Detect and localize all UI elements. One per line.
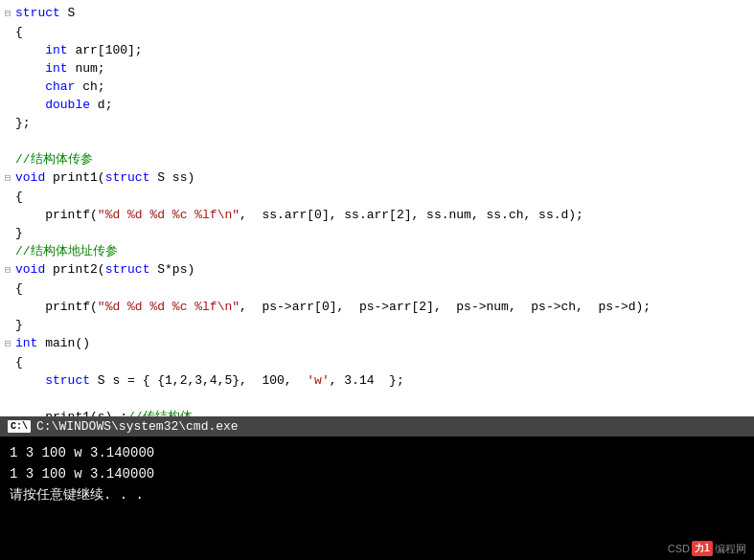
code-part: print1(s) ; [15,410,127,416]
code-part: { [15,281,23,296]
code-part: char [45,79,75,94]
code-text: } [15,224,754,242]
code-part: int [45,61,67,76]
code-part: struct [105,170,150,185]
code-text: printf("%d %d %d %c %lf\n", ps->arr[0], … [15,298,754,316]
code-text: void print1(struct S ss) [15,168,754,187]
gutter-empty [0,353,15,354]
watermark-prefix: CSD [668,543,690,554]
code-part: double [45,98,90,112]
code-part: "%d %d %d %c %lf\n" [98,300,240,314]
gutter-empty [0,96,15,97]
code-line: print1(s) ;//传结构体 [0,408,754,416]
gutter-empty [0,316,15,317]
code-line: { [0,280,754,298]
code-part: }; [15,116,31,130]
code-line: int arr[100]; [0,41,754,59]
code-line [0,390,754,408]
gutter-empty [0,224,15,225]
gutter-empty [0,59,15,60]
code-part: 'w' [307,373,329,388]
code-part [15,43,45,57]
code-part: S [60,6,76,20]
fold-icon[interactable]: ⊟ [0,168,15,188]
code-text: struct S s = { {1,2,3,4,5}, 100, 'w', 3.… [15,371,754,390]
code-part: printf( [15,208,98,222]
code-part: , 3.14 }; [330,373,404,388]
code-text: struct S [15,4,754,22]
code-line: ⊟struct S [0,4,754,23]
code-part: { [15,355,23,370]
gutter-empty [0,188,15,189]
code-part: main() [37,336,90,350]
code-text: void print2(struct S*ps) [15,260,754,279]
code-text: { [15,353,754,371]
code-part: "%d %d %d %c %lf\n" [98,208,240,222]
code-line: char ch; [0,78,754,96]
gutter-empty [0,408,15,409]
code-line [0,132,754,150]
code-part: int [15,336,37,350]
code-text: { [15,23,754,41]
code-text: printf("%d %d %d %c %lf\n", ss.arr[0], s… [15,206,754,224]
gutter-empty [0,298,15,299]
code-line: } [0,224,754,242]
code-part: , ss.arr[0], ss.arr[2], ss.num, ss.ch, s… [240,208,583,222]
code-part: //结构体传参 [15,152,93,167]
code-line: } [0,316,754,334]
code-line: ⊟void print2(struct S*ps) [0,260,754,280]
fold-icon[interactable]: ⊟ [0,334,15,353]
gutter-empty [0,206,15,207]
watermark: CSD 力l 编程网 [668,541,746,556]
terminal-content: 1 3 100 w 3.1400001 3 100 w 3.140000请按任意… [0,437,754,511]
terminal-line: 1 3 100 w 3.140000 [10,442,744,463]
gutter-empty [0,114,15,115]
code-text: char ch; [15,78,754,96]
code-part: , ps->arr[0], ps->arr[2], ps->num, ps->c… [240,300,651,314]
code-line: //结构体传参 [0,150,754,168]
code-line: ⊟int main() [0,334,754,353]
code-text: int num; [15,59,754,78]
code-part: print2( [45,262,104,277]
code-part [15,79,45,94]
code-text: int arr[100]; [15,41,754,59]
code-text: //结构体传参 [15,150,754,168]
code-part: int [45,43,67,57]
code-part: //传结构体 [127,410,193,416]
fold-icon[interactable]: ⊟ [0,4,15,23]
code-part: S*ps) [149,262,194,277]
code-line: { [0,353,754,371]
gutter-empty [0,242,15,243]
code-part: struct [45,373,90,388]
code-part: S s = { {1,2,3,4,5}, 100, [90,373,307,388]
code-part: ch; [75,79,104,94]
code-line: int num; [0,59,754,78]
code-part: { [15,25,23,39]
gutter-empty [0,132,15,133]
code-part: S ss) [149,170,194,185]
code-part: print1( [45,170,104,185]
terminal-line: 1 3 100 w 3.140000 [10,463,744,484]
code-part: } [15,226,23,240]
code-line: ⊟void print1(struct S ss) [0,168,754,188]
code-line: }; [0,114,754,132]
gutter-empty [0,150,15,151]
code-part: arr[100]; [68,43,143,57]
code-part: printf( [15,300,98,314]
code-part: d; [90,98,112,112]
fold-icon[interactable]: ⊟ [0,260,15,280]
cmd-icon: C:\ [8,420,31,433]
code-text: } [15,316,754,334]
code-part: struct [105,262,150,277]
code-part [15,373,45,388]
code-line: //结构体地址传参 [0,242,754,260]
code-text [15,390,754,408]
code-line: printf("%d %d %d %c %lf\n", ss.arr[0], s… [0,206,754,224]
code-part [15,61,45,76]
code-text: double d; [15,96,754,114]
code-text: int main() [15,334,754,352]
code-text: { [15,188,754,206]
code-part: struct [15,6,60,20]
code-part: void [15,170,45,185]
code-text: { [15,280,754,298]
